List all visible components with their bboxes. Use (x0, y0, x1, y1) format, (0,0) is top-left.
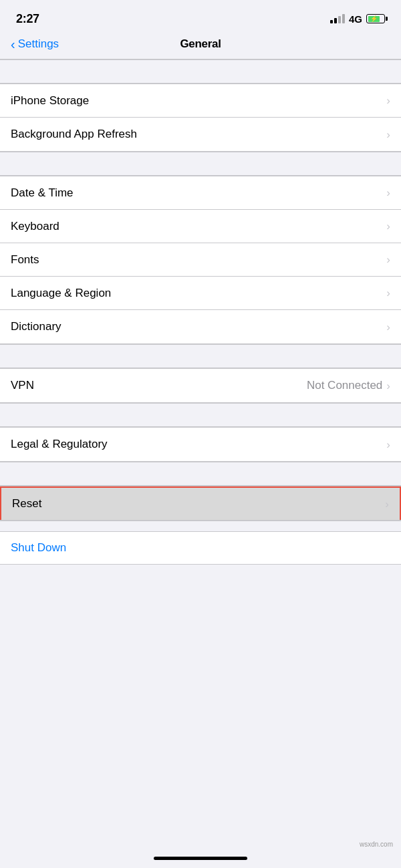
settings-group-3: VPN Not Connected › (0, 368, 401, 403)
bottom-spacer (0, 565, 401, 618)
chevron-icon: › (386, 287, 390, 299)
date-time-label: Date & Time (11, 186, 74, 200)
fonts-right: › (386, 254, 390, 265)
settings-group-1: iPhone Storage › Background App Refresh … (0, 84, 401, 152)
settings-item-reset[interactable]: Reset › (0, 486, 401, 520)
iphone-storage-label: iPhone Storage (11, 94, 89, 108)
settings-item-background-app-refresh[interactable]: Background App Refresh › (0, 118, 401, 151)
legal-regulatory-label: Legal & Regulatory (11, 438, 108, 451)
home-indicator (154, 857, 247, 860)
chevron-icon: › (386, 439, 390, 450)
vpn-right: Not Connected › (307, 379, 390, 392)
settings-item-keyboard[interactable]: Keyboard › (0, 210, 401, 243)
watermark: wsxdn.com (360, 841, 393, 848)
chevron-icon: › (386, 254, 390, 265)
background-app-refresh-label: Background App Refresh (11, 128, 137, 141)
settings-group-2: Date & Time › Keyboard › Fonts › Languag… (0, 176, 401, 344)
battery-icon: ⚡ (366, 14, 385, 23)
chevron-icon: › (386, 95, 390, 106)
status-icons: 4G ⚡ (330, 13, 385, 25)
settings-item-date-time[interactable]: Date & Time › (0, 176, 401, 210)
section-separator-4 (0, 403, 401, 427)
settings-item-language-region[interactable]: Language & Region › (0, 277, 401, 310)
language-region-label: Language & Region (11, 287, 111, 300)
signal-icon (330, 14, 345, 23)
section-separator-1 (0, 59, 401, 84)
vpn-label: VPN (11, 379, 34, 392)
settings-item-dictionary[interactable]: Dictionary › (0, 310, 401, 343)
reset-label: Reset (12, 497, 41, 511)
section-separator-5 (0, 462, 401, 486)
iphone-storage-right: › (386, 95, 390, 106)
section-separator-6 (0, 521, 401, 531)
date-time-right: › (386, 187, 390, 198)
chevron-icon: › (386, 380, 390, 392)
back-label: Settings (18, 37, 59, 51)
section-separator-3 (0, 344, 401, 368)
reset-right: › (385, 498, 389, 510)
keyboard-right: › (386, 221, 390, 232)
chevron-icon: › (386, 321, 390, 333)
back-button[interactable]: ‹ Settings (11, 37, 59, 51)
legal-regulatory-right: › (386, 439, 390, 450)
shut-down-container: Shut Down (0, 531, 401, 565)
shut-down-button[interactable]: Shut Down (11, 541, 66, 555)
dictionary-right: › (386, 321, 390, 333)
network-label: 4G (349, 13, 362, 25)
dictionary-label: Dictionary (11, 320, 61, 333)
chevron-icon: › (386, 187, 390, 198)
settings-item-legal-regulatory[interactable]: Legal & Regulatory › (0, 428, 401, 461)
status-bar: 2:27 4G ⚡ (0, 0, 401, 33)
background-app-refresh-right: › (386, 129, 390, 140)
chevron-icon: › (385, 498, 389, 510)
settings-item-fonts[interactable]: Fonts › (0, 243, 401, 277)
vpn-status: Not Connected (307, 379, 382, 392)
language-region-right: › (386, 287, 390, 299)
chevron-icon: › (386, 129, 390, 140)
settings-item-vpn[interactable]: VPN Not Connected › (0, 369, 401, 402)
chevron-icon: › (386, 221, 390, 232)
nav-bar: ‹ Settings General (0, 33, 401, 59)
fonts-label: Fonts (11, 253, 39, 267)
page-title: General (180, 37, 221, 51)
settings-group-4: Legal & Regulatory › (0, 427, 401, 462)
settings-item-iphone-storage[interactable]: iPhone Storage › (0, 84, 401, 118)
settings-group-5: Reset › (0, 486, 401, 521)
section-separator-2 (0, 152, 401, 176)
status-time: 2:27 (16, 12, 39, 26)
back-chevron-icon: ‹ (11, 37, 15, 51)
keyboard-label: Keyboard (11, 220, 59, 233)
